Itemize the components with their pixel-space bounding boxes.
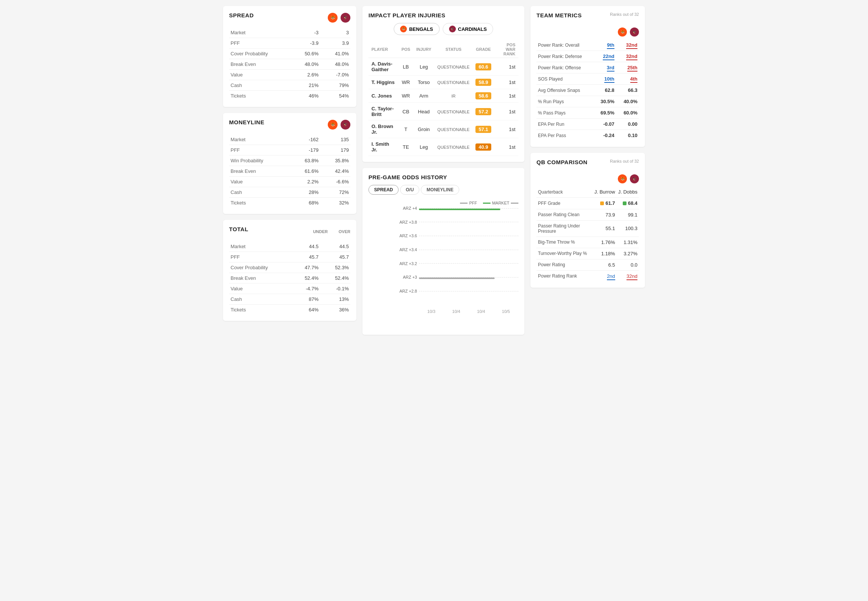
bengals-rank-qb: 2nd	[607, 273, 615, 280]
under-val: 52.4%	[290, 273, 320, 284]
table-row: Cash 21% 79%	[229, 80, 350, 91]
col-grade: Grade	[472, 41, 494, 58]
player-injury: Head	[413, 103, 434, 121]
odds-chart: ARZ +4 ARZ +3.8 ARZ +3.6 ARZ +3.4	[368, 208, 518, 329]
right-column: TEAM METRICS Ranks out of 32 🐯 🦅 Power R…	[527, 3, 648, 338]
cardinals-qb-cell: 68.4	[617, 198, 639, 209]
table-row: Value 2.6% -7.0%	[229, 70, 350, 80]
table-row: PFF -179 179	[229, 145, 350, 156]
chart-gridline	[419, 208, 518, 209]
bengals-icon-ml: 🐯	[328, 120, 338, 130]
chart-y-label: ARZ +4	[393, 206, 417, 211]
bengals-tab-icon: 🐯	[400, 26, 407, 32]
metric-label: EPA Per Run	[536, 119, 593, 130]
bengals-metric: 69.5%	[593, 107, 616, 119]
chart-gridline	[419, 236, 518, 236]
table-row: Quarterback J. Burrow J. Dobbs	[536, 186, 639, 198]
bengals-metric: 22nd	[593, 51, 616, 62]
spread-tab[interactable]: SPREAD	[368, 185, 399, 195]
cardinals-val: 42.4%	[320, 166, 351, 177]
over-val: 13%	[320, 294, 351, 305]
row-label: Value	[229, 177, 290, 187]
col-status: Status	[434, 41, 473, 58]
bengals-metric: -0.24	[593, 130, 616, 141]
cardinals-metric: 0.10	[616, 130, 639, 141]
cardinals-qb-val: 0.0	[631, 262, 637, 268]
chart-y-label: ARZ +3.4	[393, 247, 417, 252]
legend-pff-line	[460, 203, 468, 204]
table-row: Power Rank: Overall 9th 32nd	[536, 40, 639, 51]
table-row: Passer Rating Under Pressure 55.1 100.3	[536, 220, 639, 236]
chart-bar-pff	[419, 209, 500, 210]
spread-team-icons: 🐯 🦅	[328, 13, 350, 23]
bengals-val: 61.6%	[290, 166, 320, 177]
bengals-tab[interactable]: 🐯 BENGALS	[394, 23, 440, 35]
player-war: 1st	[494, 58, 518, 76]
table-row: Cover Probability 47.7% 52.3%	[229, 262, 350, 273]
bengals-qb-cell: 1.76%	[593, 236, 617, 248]
bengals-val: -3	[290, 27, 320, 38]
cardinals-qb-val: 99.1	[628, 212, 637, 218]
row-label: Value	[229, 284, 290, 294]
table-row: PFF Grade 61.7 68.4	[536, 198, 639, 209]
bengals-rank: 3rd	[607, 65, 614, 72]
player-pos: T	[399, 121, 413, 138]
bengals-val: 2.6%	[290, 70, 320, 80]
player-name: O. Brown Jr.	[368, 121, 399, 138]
legend-market-line2	[511, 203, 518, 204]
cardinals-val: 0.10	[628, 133, 637, 138]
moneyline-tab-odds[interactable]: MONEYLINE	[421, 185, 459, 195]
chart-y-label: ARZ +3.8	[393, 220, 417, 224]
bengals-qb-cell: 2nd	[593, 270, 617, 282]
under-val: 44.5	[290, 241, 320, 252]
cardinals-val: 48.0%	[320, 59, 351, 70]
cardinals-val: 32%	[320, 198, 351, 208]
bengals-val: -0.24	[603, 133, 614, 138]
bengals-qb-cell: 73.9	[593, 209, 617, 220]
bengals-val: 30.5%	[601, 99, 614, 104]
odds-section: PRE-GAME ODDS HISTORY SPREAD O/U MONEYLI…	[362, 168, 524, 335]
cardinals-tab[interactable]: 🦅 CARDINALS	[443, 23, 494, 35]
cardinals-metric: 25th	[616, 62, 639, 73]
bengals-metric: 9th	[593, 40, 616, 51]
table-row: Value -4.7% -0.1%	[229, 284, 350, 294]
cardinals-metric: 32nd	[616, 51, 639, 62]
player-grade: 57.2	[472, 103, 494, 121]
qb-metric-label: Passer Rating Clean	[536, 209, 593, 220]
row-label: Break Even	[229, 166, 290, 177]
team-metrics-title: TEAM METRICS	[536, 12, 582, 18]
table-row: Cover Probability 50.6% 41.0%	[229, 49, 350, 59]
qb-metric-label: Quarterback	[536, 186, 593, 198]
table-row: % Run Plays 30.5% 40.0%	[536, 96, 639, 107]
row-label: Break Even	[229, 273, 290, 284]
bengals-metric: 10th	[593, 73, 616, 85]
total-title: TOTAL	[229, 226, 248, 232]
table-row: Turnover-Worthy Play % 1.18% 3.27%	[536, 248, 639, 259]
under-val: -4.7%	[290, 284, 320, 294]
under-val: 47.7%	[290, 262, 320, 273]
cardinals-icon-metrics: 🦅	[630, 27, 639, 37]
bengals-qb-cell: 6.5	[593, 259, 617, 270]
metric-label: EPA Per Pass	[536, 130, 593, 141]
table-row: PFF 45.7 45.7	[229, 252, 350, 262]
bengals-grade: 61.7	[600, 200, 615, 206]
moneyline-team-icons: 🐯 🦅	[328, 120, 350, 130]
row-label: Break Even	[229, 59, 290, 70]
chart-gridline	[419, 263, 518, 264]
player-status: QUESTIONABLE	[434, 76, 473, 89]
cardinals-tab-icon: 🦅	[449, 26, 456, 32]
cardinals-val: 41.0%	[320, 49, 351, 59]
bengals-qb-val: 55.1	[605, 226, 615, 231]
col-pos: Pos	[399, 41, 413, 58]
table-row: O. Brown Jr. T Groin QUESTIONABLE 57.1 1…	[368, 121, 518, 138]
injuries-table: Player Pos Injury Status Grade Pos WAR R…	[368, 41, 518, 156]
player-war: 1st	[494, 121, 518, 138]
spread-section: SPREAD 🐯 🦅 Market -3 3 PFF -3.9 3.9 Cove…	[223, 6, 356, 107]
player-injury: Arm	[413, 89, 434, 103]
cardinals-qb-cell: 99.1	[617, 209, 639, 220]
bengals-icon: 🐯	[328, 13, 338, 23]
table-row: Power Rank: Defense 22nd 32nd	[536, 51, 639, 62]
bengals-val: 68%	[290, 198, 320, 208]
table-row: A. Davis-Gaither LB Leg QUESTIONABLE 60.…	[368, 58, 518, 76]
ou-tab[interactable]: O/U	[400, 185, 419, 195]
